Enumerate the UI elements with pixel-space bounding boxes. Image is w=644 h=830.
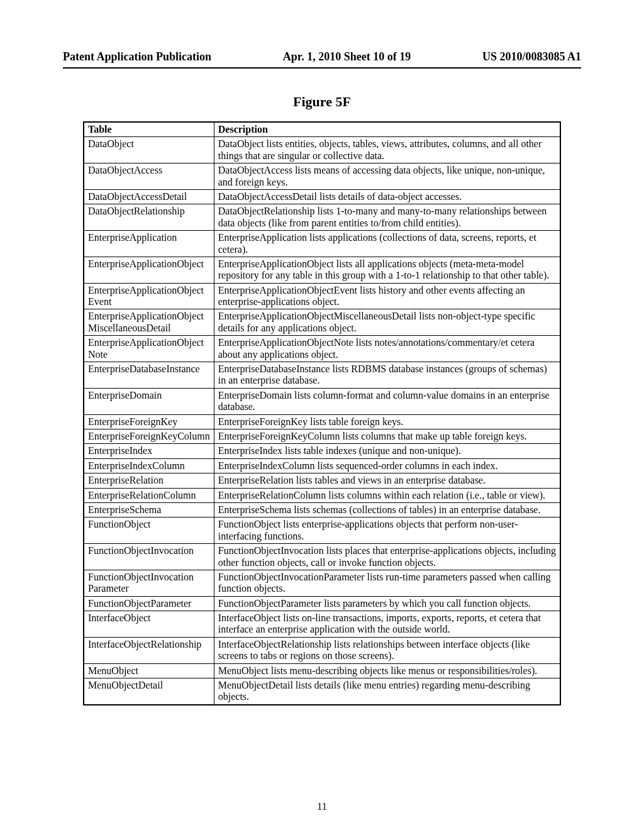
figure-title: Figure 5F: [63, 94, 581, 110]
table-row: EnterpriseDatabaseInstanceEnterpriseData…: [84, 362, 560, 389]
cell-description: EnterpriseApplicationObjectMiscellaneous…: [214, 309, 560, 336]
table-row: InterfaceObjectInterfaceObject lists on-…: [84, 611, 560, 638]
table-row: EnterpriseDomainEnterpriseDomain lists c…: [84, 388, 560, 414]
cell-description: DataObjectAccess lists means of accessin…: [214, 163, 560, 190]
cell-table-name: FunctionObject: [84, 517, 214, 544]
table-row: DataObjectAccessDetailDataObjectAccessDe…: [84, 189, 560, 204]
cell-description: EnterpriseApplicationObject lists all ap…: [214, 257, 560, 283]
cell-description: EnterpriseIndex lists table indexes (uni…: [214, 444, 560, 458]
table-row: FunctionObjectParameterFunctionObjectPar…: [84, 596, 560, 611]
page-number: 11: [0, 801, 644, 812]
header-right: US 2010/0083085 A1: [482, 50, 581, 64]
definition-table: Table Description DataObjectDataObject l…: [83, 121, 561, 706]
cell-table-name: EnterpriseForeignKeyColumn: [84, 429, 214, 443]
cell-table-name: DataObjectRelationship: [84, 204, 214, 231]
table-row: EnterpriseForeignKeyColumnEnterpriseFore…: [84, 429, 560, 443]
cell-table-name: EnterpriseApplicationObject Miscellaneou…: [84, 309, 214, 336]
cell-table-name: EnterpriseRelationColumn: [84, 488, 214, 502]
cell-table-name: EnterpriseDatabaseInstance: [84, 362, 214, 389]
page-header: Patent Application Publication Apr. 1, 2…: [63, 50, 581, 64]
cell-description: FunctionObject lists enterprise-applicat…: [214, 517, 560, 544]
cell-table-name: InterfaceObjectRelationship: [84, 637, 214, 663]
col-header-description: Description: [214, 122, 560, 137]
table-row: DataObjectAccessDataObjectAccess lists m…: [84, 163, 560, 190]
table-row: EnterpriseForeignKeyEnterpriseForeignKey…: [84, 414, 560, 429]
cell-description: EnterpriseApplication lists applications…: [214, 231, 560, 257]
cell-description: MenuObject lists menu-describing objects…: [214, 663, 560, 678]
cell-description: FunctionObjectInvocationParameter lists …: [214, 570, 560, 596]
cell-table-name: EnterpriseApplicationObject Event: [84, 283, 214, 309]
cell-description: DataObjectRelationship lists 1-to-many a…: [214, 204, 560, 231]
cell-description: EnterpriseApplicationObjectEvent lists h…: [214, 283, 560, 309]
cell-description: EnterpriseDatabaseInstance lists RDBMS d…: [214, 362, 560, 389]
cell-table-name: InterfaceObject: [84, 611, 214, 638]
cell-description: InterfaceObjectRelationship lists relati…: [214, 637, 560, 663]
table-row: FunctionObjectInvocation ParameterFuncti…: [84, 570, 560, 596]
col-header-table: Table: [84, 122, 214, 137]
table-row: EnterpriseRelationEnterpriseRelation lis…: [84, 473, 560, 488]
cell-table-name: DataObjectAccess: [84, 163, 214, 190]
table-row: DataObjectDataObject lists entities, obj…: [84, 137, 560, 163]
table-row: EnterpriseIndexColumnEnterpriseIndexColu…: [84, 458, 560, 473]
cell-description: EnterpriseForeignKey lists table foreign…: [214, 414, 560, 429]
cell-table-name: EnterpriseSchema: [84, 502, 214, 517]
cell-description: EnterpriseIndexColumn lists sequenced-or…: [214, 458, 560, 473]
cell-description: EnterpriseForeignKeyColumn lists columns…: [214, 429, 560, 443]
cell-description: EnterpriseRelationColumn lists columns w…: [214, 488, 560, 502]
table-row: EnterpriseSchemaEnterpriseSchema lists s…: [84, 502, 560, 517]
cell-description: DataObjectAccessDetail lists details of …: [214, 189, 560, 204]
cell-table-name: EnterpriseIndexColumn: [84, 458, 214, 473]
cell-table-name: EnterpriseApplicationObject: [84, 257, 214, 283]
cell-description: InterfaceObject lists on-line transactio…: [214, 611, 560, 638]
header-left: Patent Application Publication: [63, 50, 211, 64]
cell-table-name: EnterpriseRelation: [84, 473, 214, 488]
cell-description: MenuObjectDetail lists details (like men…: [214, 678, 560, 705]
table-row: MenuObjectDetailMenuObjectDetail lists d…: [84, 678, 560, 705]
table-row: EnterpriseApplicationObject EventEnterpr…: [84, 283, 560, 309]
cell-table-name: EnterpriseIndex: [84, 444, 214, 458]
cell-description: FunctionObjectParameter lists parameters…: [214, 596, 560, 611]
cell-description: EnterpriseDomain lists column-format and…: [214, 388, 560, 414]
table-row: EnterpriseApplicationObject NoteEnterpri…: [84, 336, 560, 362]
cell-table-name: MenuObject: [84, 663, 214, 678]
table-row: FunctionObjectFunctionObject lists enter…: [84, 517, 560, 544]
table-row: FunctionObjectInvocationFunctionObjectIn…: [84, 544, 560, 570]
patent-page: Patent Application Publication Apr. 1, 2…: [0, 0, 644, 830]
table-row: InterfaceObjectRelationshipInterfaceObje…: [84, 637, 560, 663]
table-row: DataObjectRelationshipDataObjectRelation…: [84, 204, 560, 231]
cell-table-name: FunctionObjectInvocation Parameter: [84, 570, 214, 596]
cell-table-name: DataObjectAccessDetail: [84, 189, 214, 204]
cell-table-name: EnterpriseApplication: [84, 231, 214, 257]
table-row: EnterpriseRelationColumnEnterpriseRelati…: [84, 488, 560, 502]
table-row: MenuObjectMenuObject lists menu-describi…: [84, 663, 560, 678]
cell-description: EnterpriseSchema lists schemas (collecti…: [214, 502, 560, 517]
cell-table-name: FunctionObjectParameter: [84, 596, 214, 611]
cell-description: FunctionObjectInvocation lists places th…: [214, 544, 560, 570]
cell-table-name: EnterpriseApplicationObject Note: [84, 336, 214, 362]
cell-description: EnterpriseRelation lists tables and view…: [214, 473, 560, 488]
header-center: Apr. 1, 2010 Sheet 10 of 19: [283, 50, 411, 64]
cell-table-name: MenuObjectDetail: [84, 678, 214, 705]
cell-table-name: EnterpriseDomain: [84, 388, 214, 414]
cell-table-name: DataObject: [84, 137, 214, 163]
table-header-row: Table Description: [84, 122, 560, 137]
cell-table-name: EnterpriseForeignKey: [84, 414, 214, 429]
cell-description: EnterpriseApplicationObjectNote lists no…: [214, 336, 560, 362]
table-row: EnterpriseApplicationEnterpriseApplicati…: [84, 231, 560, 257]
cell-description: DataObject lists entities, objects, tabl…: [214, 137, 560, 163]
table-row: EnterpriseIndexEnterpriseIndex lists tab…: [84, 444, 560, 458]
cell-table-name: FunctionObjectInvocation: [84, 544, 214, 570]
table-row: EnterpriseApplicationObject Miscellaneou…: [84, 309, 560, 336]
header-rule: [63, 67, 581, 69]
table-row: EnterpriseApplicationObjectEnterpriseApp…: [84, 257, 560, 283]
